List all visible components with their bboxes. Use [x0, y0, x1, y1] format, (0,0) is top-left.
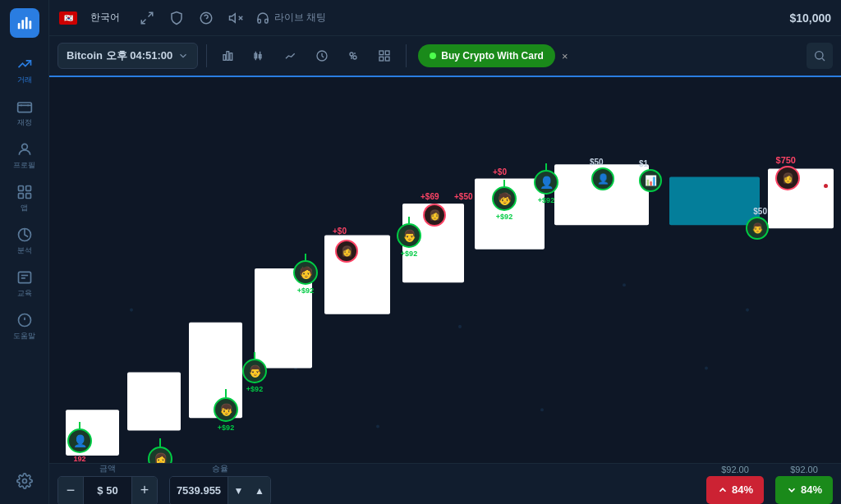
buy-btn-dot	[430, 53, 436, 59]
svg-rect-34	[379, 57, 384, 61]
svg-rect-23	[227, 52, 229, 61]
svg-point-36	[816, 52, 823, 59]
buy-btn-label: Buy Crypto With Card	[441, 50, 544, 62]
svg-point-41	[540, 408, 544, 411]
price-dot-red	[824, 184, 828, 188]
amount-group: 금액 − $ 50 +	[57, 463, 158, 505]
svg-rect-8	[18, 194, 23, 199]
symbol-selector[interactable]: Bitcoin 오후 04:51:00	[57, 43, 198, 69]
price-tag-13: $50	[590, 158, 604, 167]
volume-icon[interactable]	[228, 11, 243, 25]
sidebar-item-trade[interactable]: 거래	[0, 49, 48, 92]
balance-display: $10,000	[789, 11, 831, 25]
svg-rect-9	[25, 194, 30, 199]
candlestick-btn[interactable]	[246, 43, 273, 69]
multiplier-down-button[interactable]: ▼	[227, 477, 249, 505]
shield-icon[interactable]	[169, 11, 184, 25]
svg-rect-2	[25, 17, 27, 30]
svg-point-30	[350, 53, 353, 56]
price-tag-8: +$69	[420, 192, 439, 201]
price-tag-11: +$0	[493, 167, 507, 176]
chart-canvas[interactable]: 👤 192 👩 +$92 👦 +$92 👨 +$92 🧑 +$92 +$0 👩	[49, 77, 841, 463]
sidebar-item-education[interactable]: 교육	[0, 263, 48, 305]
sidebar-item-trade-label: 거래	[17, 75, 32, 85]
app-logo[interactable]	[10, 8, 39, 38]
svg-rect-33	[386, 51, 390, 55]
svg-point-45	[130, 309, 133, 312]
svg-rect-22	[223, 55, 226, 61]
bar-chart-btn[interactable]	[215, 43, 241, 69]
multiplier-up-button[interactable]: ▲	[249, 477, 270, 505]
nav-icons	[140, 11, 243, 25]
expand-icon[interactable]	[140, 11, 154, 25]
svg-rect-3	[29, 21, 31, 29]
buy-button[interactable]: 84%	[775, 476, 833, 504]
chart-svg	[49, 77, 841, 463]
avatar-circle-750: 👩	[775, 166, 800, 190]
multiplier-controls: 7539.955 ▼ ▲	[169, 476, 271, 505]
svg-point-5	[21, 144, 27, 149]
sidebar-item-analysis[interactable]: 분석	[0, 220, 48, 263]
svg-point-40	[705, 367, 708, 370]
avatar-circle-6: 👩	[335, 240, 358, 263]
price-tag-6: +$0	[333, 227, 347, 236]
amount-controls: − $ 50 +	[57, 476, 158, 505]
svg-point-42	[746, 309, 749, 312]
language-label[interactable]: 한국어	[90, 11, 120, 25]
svg-rect-53	[475, 179, 545, 250]
amount-increase-button[interactable]: +	[132, 477, 157, 505]
sidebar-item-apps[interactable]: 앱	[0, 177, 48, 220]
social-btn[interactable]	[340, 43, 366, 69]
sell-group: $92.00 84%	[706, 465, 764, 504]
svg-rect-4	[17, 103, 31, 112]
line-chart-btn[interactable]	[278, 43, 304, 69]
flag-icon: 🇰🇷	[59, 11, 77, 25]
svg-rect-1	[21, 20, 24, 29]
price-tag-right-50: $50	[753, 207, 767, 216]
svg-point-38	[458, 325, 462, 328]
svg-line-37	[822, 58, 825, 61]
sidebar-item-apps-label: 앱	[21, 203, 28, 213]
chart-toolbar: Bitcoin 오후 04:51:00 Buy Crypto With Card…	[49, 36, 841, 77]
svg-rect-32	[379, 51, 384, 55]
amount-decrease-button[interactable]: −	[58, 477, 83, 505]
search-button[interactable]	[807, 43, 833, 69]
buy-btn-close-button[interactable]: ×	[562, 50, 568, 62]
multiplier-group: 승율 7539.955 ▼ ▲	[169, 463, 271, 505]
sidebar-item-help-label: 도움말	[13, 331, 35, 341]
indicators-btn[interactable]	[309, 43, 335, 69]
trading-controls: 금액 − $ 50 + 승율 7539.955 ▼ ▲ $92.00 84%	[49, 463, 841, 504]
grid-btn[interactable]	[371, 43, 398, 69]
live-chat-button[interactable]: 라이브 채팅	[256, 11, 326, 25]
buy-pct-label: 84%	[801, 483, 822, 496]
avatar-circle-right-50: 👨	[746, 217, 769, 240]
svg-point-15	[22, 479, 26, 483]
sidebar-settings[interactable]	[0, 466, 48, 496]
price-tag-14: $1	[639, 159, 648, 168]
amount-label: 금액	[99, 463, 116, 474]
buy-group: $92.00 84%	[775, 465, 833, 504]
avatar-circle-14: 📊	[639, 169, 662, 192]
svg-rect-24	[230, 53, 232, 61]
svg-rect-0	[17, 23, 20, 29]
sidebar-item-profile[interactable]: 프로필	[0, 135, 48, 177]
sell-button[interactable]: 84%	[706, 476, 764, 504]
amount-value-display: $ 50	[83, 477, 132, 505]
question-icon[interactable]	[199, 11, 214, 25]
sidebar-item-finance[interactable]: 재정	[0, 92, 48, 135]
svg-rect-46	[669, 177, 760, 226]
svg-rect-7	[25, 186, 30, 191]
buy-value-label: $92.00	[779, 465, 829, 474]
symbol-name: Bitcoin 오후 04:51:00	[67, 48, 172, 63]
svg-line-16	[149, 12, 153, 16]
svg-line-17	[141, 19, 145, 23]
main-content: 🇰🇷 한국어 라이브 채팅 $10,000 Bitcoin 오후 04:51:0…	[49, 0, 841, 504]
svg-rect-35	[386, 57, 390, 61]
sidebar-item-analysis-label: 분석	[17, 245, 32, 256]
sidebar: 거래 재정 프로필 앱 분석 교육 도움말	[0, 0, 49, 504]
sidebar-item-help[interactable]: 도움말	[0, 305, 48, 348]
svg-point-31	[353, 56, 356, 59]
live-chat-label: 라이브 채팅	[274, 11, 326, 25]
buy-crypto-card-button[interactable]: Buy Crypto With Card	[418, 44, 555, 67]
svg-point-39	[623, 283, 626, 286]
